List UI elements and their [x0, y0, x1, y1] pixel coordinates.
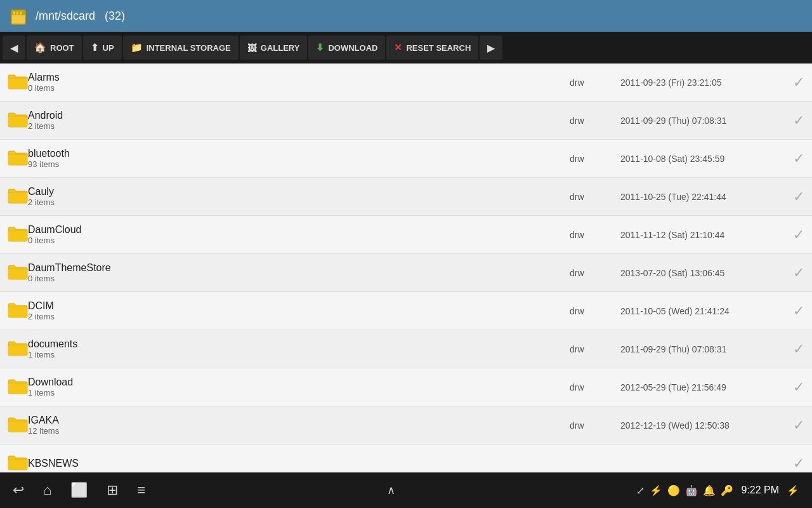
download-button[interactable]: ⬇ DOWNLOAD — [308, 36, 385, 60]
file-type: drw — [570, 268, 595, 278]
folder-icon — [8, 264, 28, 283]
gallery-button[interactable]: 🖼 GALLERY — [240, 36, 308, 60]
file-items: 0 items — [28, 83, 570, 93]
app-icon-1: 🟡 — [667, 485, 680, 497]
folder-icon — [8, 149, 28, 168]
folder-icon — [8, 187, 28, 206]
back-button[interactable]: ◀ — [3, 36, 25, 60]
table-row[interactable]: Download 1 items drw 2012-05-29 (Tue) 21… — [0, 368, 812, 406]
file-details: drw 2011-10-08 (Sat) 23:45:59 — [570, 154, 785, 164]
file-checkbox[interactable]: ✓ — [793, 150, 804, 167]
folder-icon — [8, 454, 28, 473]
file-details: drw 2012-05-29 (Tue) 21:56:49 — [570, 382, 785, 392]
back-system-button[interactable]: ↩ — [13, 482, 24, 498]
internal-storage-label: INTERNAL STORAGE — [147, 43, 231, 53]
file-details: drw 2011-09-23 (Fri) 23:21:05 — [570, 77, 785, 88]
file-info: bluetooth 93 items — [28, 148, 570, 169]
up-icon: ⬆ — [91, 42, 99, 53]
folder-icon — [8, 111, 28, 130]
file-checkbox[interactable]: ✓ — [793, 227, 804, 243]
folder-icon — [8, 416, 28, 435]
screenshot-button[interactable]: ⊞ — [107, 482, 118, 498]
folder-icon — [8, 225, 28, 244]
file-checkbox[interactable]: ✓ — [793, 303, 804, 319]
file-checkbox[interactable]: ✓ — [793, 455, 804, 472]
folder-icon — [8, 73, 28, 92]
table-row[interactable]: DaumThemeStore 0 items drw 2013-07-20 (S… — [0, 254, 812, 292]
svg-rect-4 — [20, 11, 22, 15]
file-list: Alarms 0 items drw 2011-09-23 (Fri) 23:2… — [0, 64, 812, 472]
file-date: 2011-09-23 (Fri) 23:21:05 — [620, 77, 785, 88]
table-row[interactable]: DCIM 2 items drw 2011-10-05 (Wed) 21:41:… — [0, 292, 812, 330]
file-name: DaumThemeStore — [28, 262, 570, 274]
file-checkbox[interactable]: ✓ — [793, 112, 804, 129]
file-checkbox[interactable]: ✓ — [793, 189, 804, 205]
file-items: 2 items — [28, 197, 570, 207]
file-checkbox[interactable]: ✓ — [793, 74, 804, 91]
reset-search-label: RESET SEARCH — [406, 43, 471, 53]
file-info: DaumThemeStore 0 items — [28, 262, 570, 283]
back-icon: ◀ — [10, 42, 18, 54]
fullscreen-icon: ⤢ — [636, 485, 645, 497]
home-system-button[interactable]: ⌂ — [43, 482, 51, 498]
reset-search-button[interactable]: ✕ RESET SEARCH — [386, 36, 478, 60]
table-row[interactable]: KBSNEWS ✓ — [0, 444, 812, 472]
svg-rect-2 — [13, 11, 15, 15]
reset-search-icon: ✕ — [394, 42, 402, 53]
up-button[interactable]: ⬆ UP — [83, 36, 122, 60]
file-date: 2011-09-29 (Thu) 07:08:31 — [620, 116, 785, 126]
table-row[interactable]: bluetooth 93 items drw 2011-10-08 (Sat) … — [0, 140, 812, 178]
recent-apps-button[interactable]: ⬜ — [70, 482, 88, 498]
forward-button[interactable]: ▶ — [480, 36, 502, 60]
gallery-icon: 🖼 — [247, 43, 257, 53]
file-items: 2 items — [28, 312, 570, 321]
file-type: drw — [570, 77, 595, 88]
table-row[interactable]: IGAKA 12 items drw 2012-12-19 (Wed) 12:5… — [0, 406, 812, 444]
scroll-up-button[interactable]: ∧ — [387, 483, 395, 497]
menu-system-button[interactable]: ≡ — [137, 482, 145, 498]
file-name: documents — [28, 338, 570, 350]
file-name: DCIM — [28, 300, 570, 312]
file-name: Alarms — [28, 72, 570, 83]
usb-icon: ⚡ — [650, 485, 662, 497]
file-type: drw — [570, 154, 595, 164]
forward-icon: ▶ — [487, 42, 495, 54]
file-details: drw 2012-12-19 (Wed) 12:50:38 — [570, 420, 785, 431]
recent-apps-icon: ⬜ — [70, 482, 88, 498]
file-date: 2013-07-20 (Sat) 13:06:45 — [620, 268, 785, 278]
table-row[interactable]: Alarms 0 items drw 2011-09-23 (Fri) 23:2… — [0, 64, 812, 102]
file-date: 2011-10-05 (Wed) 21:41:24 — [620, 306, 785, 316]
title-text: /mnt/sdcard (32) — [36, 10, 125, 23]
table-row[interactable]: Cauly 2 items drw 2011-10-25 (Tue) 22:41… — [0, 178, 812, 216]
root-button[interactable]: 🏠 ROOT — [27, 36, 82, 60]
system-status: ⤢ ⚡ 🟡 🤖 🔔 🔑 9:22 PM ⚡ — [636, 485, 799, 497]
file-checkbox[interactable]: ✓ — [793, 379, 804, 396]
file-details: drw 2013-07-20 (Sat) 13:06:45 — [570, 268, 785, 278]
storage-icon: 📁 — [131, 42, 143, 53]
file-items: 0 items — [28, 274, 570, 283]
title-bar: /mnt/sdcard (32) — [0, 0, 812, 32]
file-type: drw — [570, 344, 595, 354]
system-time: 9:22 PM — [741, 485, 779, 496]
home-system-icon: ⌂ — [43, 482, 51, 498]
file-date: 2011-09-29 (Thu) 07:08:31 — [620, 344, 785, 354]
table-row[interactable]: documents 1 items drw 2011-09-29 (Thu) 0… — [0, 330, 812, 368]
table-row[interactable]: Android 2 items drw 2011-09-29 (Thu) 07:… — [0, 102, 812, 140]
file-checkbox[interactable]: ✓ — [793, 417, 804, 434]
menu-system-icon: ≡ — [137, 482, 145, 498]
internal-storage-button[interactable]: 📁 INTERNAL STORAGE — [123, 36, 239, 60]
file-name: Cauly — [28, 186, 570, 197]
file-name: bluetooth — [28, 148, 570, 159]
file-type: drw — [570, 420, 595, 431]
folder-icon — [8, 340, 28, 359]
bluetooth-icon: ⚡ — [787, 485, 799, 497]
file-checkbox[interactable]: ✓ — [793, 341, 804, 358]
table-row[interactable]: DaumCloud 0 items drw 2011-11-12 (Sat) 2… — [0, 216, 812, 254]
app-icon-4: 🔑 — [721, 485, 733, 497]
file-details: drw 2011-11-12 (Sat) 21:10:44 — [570, 230, 785, 240]
file-info: Download 1 items — [28, 377, 570, 398]
file-checkbox[interactable]: ✓ — [793, 265, 804, 281]
file-name: DaumCloud — [28, 224, 570, 236]
path-text: /mnt/sdcard — [36, 10, 95, 22]
screenshot-icon: ⊞ — [107, 482, 118, 498]
